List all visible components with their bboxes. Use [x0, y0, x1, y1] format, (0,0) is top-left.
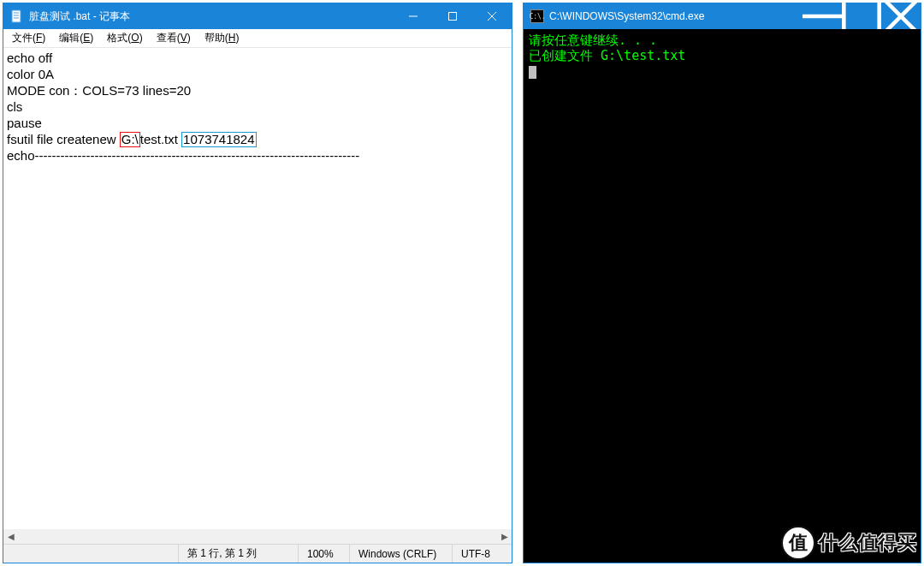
- highlight-drive: G:\: [120, 132, 140, 147]
- code-line: fsutil file createnew G:\test.txt 107374…: [7, 131, 508, 147]
- cmd-app-icon: C:\.: [530, 9, 544, 23]
- cursor-block: [529, 66, 536, 79]
- maximize-button[interactable]: [433, 3, 472, 29]
- status-eol: Windows (CRLF): [349, 545, 452, 563]
- minimize-button[interactable]: [803, 3, 842, 29]
- menu-format[interactable]: 格式(O): [100, 29, 149, 47]
- minimize-button[interactable]: [394, 3, 433, 29]
- notepad-text-area[interactable]: echo off color 0A MODE con：COLS=73 lines…: [3, 48, 512, 529]
- horizontal-scrollbar[interactable]: ◀ ▶: [3, 529, 512, 544]
- code-line: echo off: [7, 50, 508, 66]
- cmd-output-area[interactable]: 请按任意键继续. . . 已创建文件 G:\test.txt: [524, 29, 921, 563]
- cmd-output-line: 请按任意键继续. . .: [529, 33, 915, 48]
- code-line: echo------------------------------------…: [7, 147, 508, 164]
- cmd-title: C:\WINDOWS\System32\cmd.exe: [549, 10, 704, 22]
- scroll-right-arrow[interactable]: ▶: [497, 529, 512, 544]
- close-button[interactable]: [472, 3, 512, 29]
- code-line: pause: [7, 115, 508, 131]
- svg-rect-5: [449, 13, 457, 21]
- code-line: cls: [7, 98, 508, 115]
- close-button[interactable]: [881, 3, 921, 29]
- highlight-size: 1073741824: [181, 132, 256, 147]
- code-line: MODE con：COLS=73 lines=20: [7, 82, 508, 98]
- status-encoding: UTF-8: [452, 545, 512, 563]
- notepad-body: echo off color 0A MODE con：COLS=73 lines…: [3, 48, 512, 544]
- watermark-badge-icon: 值: [781, 526, 815, 560]
- menu-edit[interactable]: 编辑(E): [52, 29, 100, 47]
- notepad-titlebar[interactable]: 脏盘测试 .bat - 记事本: [3, 3, 512, 29]
- notepad-window: 脏盘测试 .bat - 记事本 文件(F) 编辑(E) 格式(O) 查看(V) …: [3, 3, 512, 563]
- menu-help[interactable]: 帮助(H): [198, 29, 246, 47]
- watermark: 值 什么值得买: [781, 525, 917, 561]
- menu-view[interactable]: 查看(V): [150, 29, 198, 47]
- cmd-cursor-line: [529, 63, 915, 79]
- notepad-menubar: 文件(F) 编辑(E) 格式(O) 查看(V) 帮助(H): [3, 29, 512, 48]
- code-line: color 0A: [7, 66, 508, 82]
- status-position: 第 1 行, 第 1 列: [178, 545, 298, 563]
- notepad-app-icon: [10, 9, 24, 23]
- scroll-track[interactable]: [18, 529, 497, 544]
- status-spacer: [3, 545, 178, 563]
- notepad-statusbar: 第 1 行, 第 1 列 100% Windows (CRLF) UTF-8: [3, 544, 512, 563]
- maximize-button[interactable]: [842, 3, 881, 29]
- notepad-title: 脏盘测试 .bat - 记事本: [29, 9, 130, 24]
- watermark-text: 什么值得买: [819, 530, 917, 556]
- cmd-output-line: 已创建文件 G:\test.txt: [529, 48, 915, 63]
- cmd-window: C:\. C:\WINDOWS\System32\cmd.exe 请按任意键继续…: [523, 3, 921, 563]
- menu-file[interactable]: 文件(F): [5, 29, 52, 47]
- cmd-titlebar[interactable]: C:\. C:\WINDOWS\System32\cmd.exe: [524, 3, 921, 29]
- svg-rect-0: [12, 10, 21, 22]
- status-zoom: 100%: [298, 545, 349, 563]
- scroll-left-arrow[interactable]: ◀: [3, 529, 18, 544]
